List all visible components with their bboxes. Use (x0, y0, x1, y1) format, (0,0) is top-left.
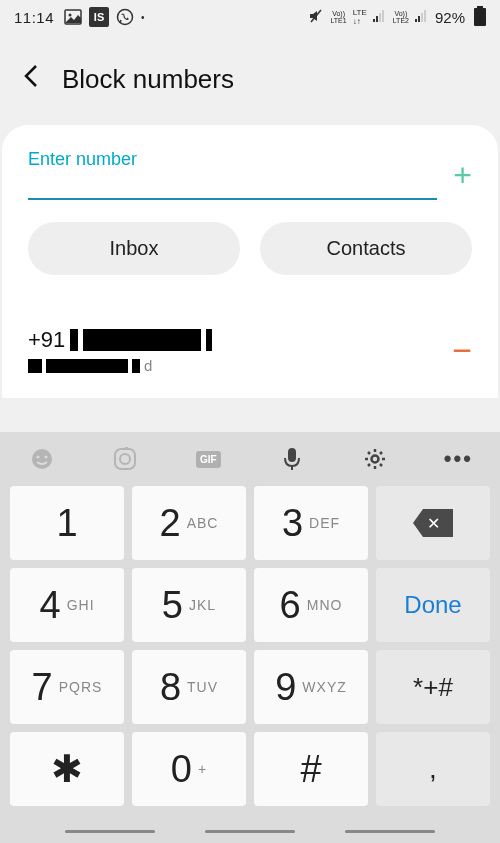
svg-rect-11 (424, 10, 426, 22)
status-time: 11:14 (14, 9, 54, 26)
header: Block numbers (0, 34, 500, 125)
key-9[interactable]: 9WXYZ (254, 650, 368, 724)
key-6[interactable]: 6MNO (254, 568, 368, 642)
status-icons-right: Vo))LTE1 LTE↓↑ Vo))LTE2 92% (308, 8, 486, 26)
svg-point-13 (36, 456, 39, 459)
dot-icon: • (141, 12, 145, 23)
status-bar: 11:14 IS • Vo))LTE1 LTE↓↑ Vo))LTE2 92% (0, 0, 500, 34)
svg-point-12 (32, 449, 52, 469)
blocked-list: +91 d − (28, 327, 472, 374)
key-3[interactable]: 3DEF (254, 486, 368, 560)
svg-rect-5 (376, 16, 378, 22)
svg-rect-10 (421, 13, 423, 22)
whatsapp-icon (116, 8, 134, 26)
blocked-name: d (28, 357, 452, 374)
more-icon[interactable]: ••• (443, 444, 473, 474)
keypad: 1 2ABC 3DEF ✕ 4GHI 5JKL 6MNO Done 7PQRS … (0, 486, 500, 818)
remove-icon[interactable]: − (452, 331, 472, 370)
inbox-button[interactable]: Inbox (28, 222, 240, 275)
back-icon[interactable] (22, 62, 40, 97)
picture-icon (64, 8, 82, 26)
is-badge-icon: IS (89, 7, 109, 27)
contacts-button[interactable]: Contacts (260, 222, 472, 275)
lte-down-icon: LTE↓↑ (353, 8, 367, 26)
number-input[interactable]: Enter number (28, 149, 437, 200)
redacted-segment (132, 359, 140, 373)
keyboard-toolbar: GIF ••• (0, 432, 500, 486)
redacted-segment (28, 359, 42, 373)
svg-rect-6 (379, 13, 381, 22)
key-star[interactable]: ✱ (10, 732, 124, 806)
svg-point-19 (371, 456, 378, 463)
key-0[interactable]: 0+ (132, 732, 246, 806)
key-4[interactable]: 4GHI (10, 568, 124, 642)
svg-rect-9 (418, 16, 420, 22)
nav-recents[interactable] (65, 830, 155, 833)
svg-rect-17 (288, 448, 296, 462)
symbols-key[interactable]: *+# (376, 650, 490, 724)
redacted-segment (46, 359, 128, 373)
nav-bar (0, 818, 500, 843)
comma-key[interactable]: , (376, 732, 490, 806)
add-icon[interactable]: + (453, 157, 472, 200)
pill-row: Inbox Contacts (28, 222, 472, 275)
mute-icon (308, 8, 324, 26)
svg-rect-8 (415, 19, 417, 22)
battery-percent: 92% (435, 9, 465, 26)
sticker-icon[interactable] (110, 444, 140, 474)
key-1[interactable]: 1 (10, 486, 124, 560)
backspace-icon: ✕ (413, 509, 453, 537)
key-5[interactable]: 5JKL (132, 568, 246, 642)
gear-icon[interactable] (360, 444, 390, 474)
nav-back[interactable] (345, 830, 435, 833)
blocked-item: +91 d − (28, 327, 472, 374)
status-icons-left: IS • (64, 7, 145, 27)
page-title: Block numbers (62, 64, 234, 95)
input-row: Enter number + (28, 149, 472, 200)
redacted-segment (206, 329, 212, 351)
gif-icon[interactable]: GIF (193, 444, 223, 474)
lte1-indicator: Vo))LTE1 (330, 10, 346, 24)
blocked-number: +91 (28, 327, 452, 353)
input-placeholder: Enter number (28, 149, 437, 200)
svg-rect-15 (115, 449, 135, 469)
signal1-icon (373, 10, 387, 24)
done-key[interactable]: Done (376, 568, 490, 642)
svg-rect-7 (382, 10, 384, 22)
svg-rect-4 (373, 19, 375, 22)
lte2-indicator: Vo))LTE2 (393, 10, 409, 24)
key-7[interactable]: 7PQRS (10, 650, 124, 724)
svg-point-14 (44, 456, 47, 459)
redacted-segment (83, 329, 201, 351)
signal2-icon (415, 10, 429, 24)
battery-icon (474, 8, 486, 26)
redacted-segment (70, 329, 78, 351)
svg-point-16 (120, 454, 130, 464)
nav-home[interactable] (205, 830, 295, 833)
blocked-info: +91 d (28, 327, 452, 374)
key-hash[interactable]: # (254, 732, 368, 806)
backspace-key[interactable]: ✕ (376, 486, 490, 560)
key-8[interactable]: 8TUV (132, 650, 246, 724)
mic-icon[interactable] (277, 444, 307, 474)
content-card: Enter number + Inbox Contacts +91 d (2, 125, 498, 398)
svg-point-1 (69, 14, 72, 17)
keyboard: GIF ••• 1 2ABC 3DEF ✕ 4GHI 5JKL 6MNO Don… (0, 432, 500, 843)
emoji-icon[interactable] (27, 444, 57, 474)
key-2[interactable]: 2ABC (132, 486, 246, 560)
